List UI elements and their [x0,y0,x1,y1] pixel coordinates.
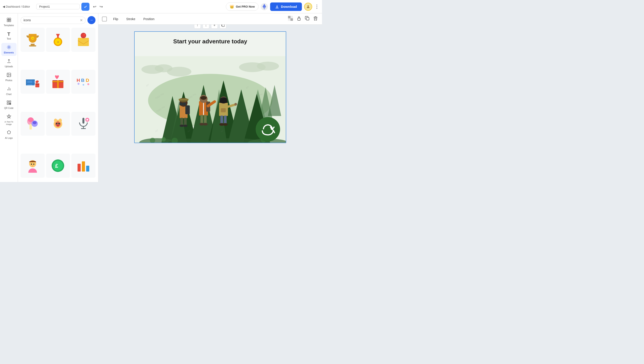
sidebar-item-ai-text[interactable]: AI Text To Image [1,112,16,128]
svg-point-55 [57,125,59,126]
transparency-button[interactable] [287,15,294,23]
add-page-button[interactable]: + [211,24,218,28]
photos-icon [6,72,12,79]
sidebar-item-uploads[interactable]: Uploads [1,57,16,70]
save-button[interactable] [82,3,90,11]
svg-rect-106 [306,18,309,20]
sidebar-label-qrcode: QR Code [4,107,14,110]
svg-rect-102 [290,16,293,18]
search-go-button[interactable]: → [88,16,96,24]
icon-ice-cream[interactable] [20,112,45,136]
icon-gift-envelope[interactable]: 🎈 [71,28,96,52]
sidebar-item-chart[interactable]: Chart [1,84,16,98]
icon-animal[interactable] [46,112,70,136]
project-name-input[interactable] [36,4,80,10]
svg-rect-139 [179,99,188,100]
icon-bar-chart[interactable] [71,154,96,178]
sidebar-item-photos[interactable]: Photos [1,71,16,84]
get-pro-button[interactable]: 👑 Get PRO Now [226,2,259,11]
icon-microphone[interactable] [71,112,96,136]
ethereum-icon[interactable] [261,3,268,10]
svg-rect-144 [184,118,187,126]
icon-avatar-girl[interactable] [20,154,45,178]
sidebar-label-text: Text [7,38,11,40]
download-button[interactable]: Download [270,2,302,11]
svg-point-111 [167,67,192,77]
svg-rect-105 [298,18,300,20]
svg-text:H: H [77,78,80,83]
sidebar-item-elements[interactable]: Elements [1,43,16,56]
select-checkbox[interactable] [102,16,107,22]
search-bar: ✕ → [18,14,98,26]
svg-rect-13 [9,104,10,105]
svg-point-131 [162,137,166,142]
svg-rect-2 [9,18,10,20]
svg-rect-164 [224,116,227,124]
stroke-button[interactable]: Stroke [124,16,137,22]
breadcrumb: Dashboard / Editor [6,5,30,8]
move-up-button[interactable]: ↑ [194,24,201,28]
more-options-button[interactable]: ⋮ [314,4,319,10]
search-input[interactable] [24,18,78,22]
icons-grid: ★ ★ 🎈 [18,26,98,182]
svg-rect-67 [78,164,81,172]
svg-rect-30 [26,79,27,85]
get-pro-label: Get PRO Now [236,5,255,8]
icon-medal[interactable]: ★ [46,28,70,52]
copy-page-button[interactable] [220,24,226,28]
svg-point-43 [88,83,90,85]
sidebar-label-ai-text: AI Text To Image [2,121,16,126]
svg-rect-107 [222,24,224,26]
svg-point-62 [31,164,32,164]
delete-button[interactable] [312,15,318,22]
icon-trophy[interactable]: ★ [20,28,45,52]
chart-icon [6,86,12,92]
sidebar-item-qrcode[interactable]: QR Code [1,98,16,111]
svg-point-63 [33,164,34,164]
sidebar-label-elements: Elements [4,52,14,54]
position-button[interactable]: Position [142,16,156,22]
svg-marker-15 [7,130,10,134]
svg-point-41 [78,83,80,85]
icon-hbd-text[interactable]: H B D [71,70,96,94]
redo-button[interactable]: ↪ [98,3,104,10]
move-down-button[interactable]: ↓ [202,24,209,28]
flip-button[interactable]: Flip [111,16,120,22]
canvas-frame: Start your adventure today [134,31,286,143]
canvas-container: ↑ ↓ + Start your adventure today [134,31,286,143]
svg-rect-4 [9,20,10,22]
icon-gift-heart[interactable] [46,70,70,94]
sidebar-item-ai-logo[interactable]: AI Logo [1,128,16,141]
lock-button[interactable] [296,15,302,22]
svg-point-166 [223,123,228,126]
header-left: ◀ Dashboard / Editor ↩ ↪ [3,3,104,11]
undo-button[interactable]: ↩ [92,3,97,10]
sidebar-item-templates[interactable]: Templates [1,16,16,28]
duplicate-button[interactable] [304,15,310,22]
clear-search-button[interactable]: ✕ [80,18,83,22]
canvas-content: Start your adventure today [134,32,286,143]
icon-pound-coin[interactable]: £ [46,154,70,178]
svg-rect-24 [78,38,89,46]
user-avatar[interactable] [304,3,312,11]
svg-point-7 [8,74,8,74]
sidebar-item-text[interactable]: T Text [1,30,16,42]
canvas-title: Start your adventure today [173,38,247,45]
svg-text:B: B [81,78,84,83]
icon-film-popcorn[interactable] [20,70,45,94]
svg-rect-103 [288,18,290,21]
svg-rect-104 [290,18,293,21]
back-button[interactable]: ◀ Dashboard / Editor [3,5,30,8]
search-input-wrap: ✕ [20,16,86,24]
svg-rect-68 [82,162,85,172]
svg-rect-163 [220,116,223,124]
illustration: Appy Pie Appy Pie Appy Pie Appy Pie Appy… [134,56,286,143]
canvas-scroll[interactable]: ↑ ↓ + Start your adventure today [98,24,322,182]
sidebar-label-photos: Photos [5,79,12,82]
svg-point-162 [234,103,237,106]
main-layout: Templates T Text Elements Uploads Photos [0,14,322,182]
svg-text:£: £ [55,163,58,169]
svg-rect-101 [288,16,290,18]
svg-point-113 [257,62,279,71]
crown-icon: 👑 [230,4,234,9]
